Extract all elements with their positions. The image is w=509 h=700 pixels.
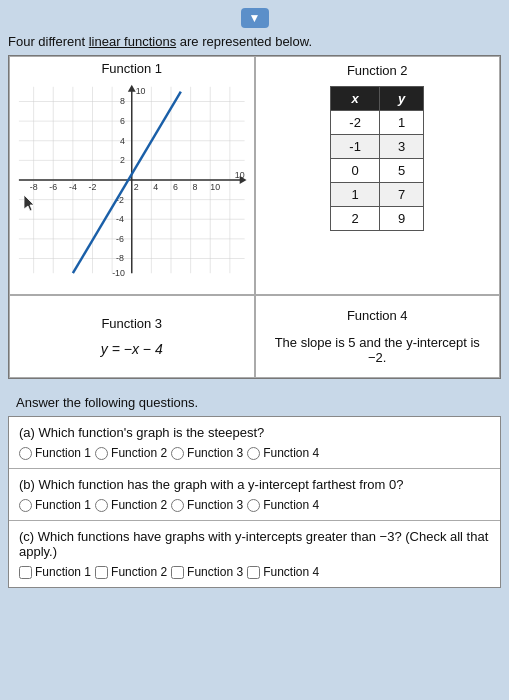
- answer-section: (a) Which function's graph is the steepe…: [8, 416, 501, 588]
- table-cell-x: 0: [331, 159, 380, 183]
- svg-marker-22: [128, 85, 136, 92]
- table-cell-x: 2: [331, 207, 380, 231]
- functions-grid: Function 1: [8, 55, 501, 379]
- radio-option-b-2[interactable]: Function 3: [171, 498, 243, 512]
- table-cell-y: 5: [379, 159, 423, 183]
- col-x-header: x: [331, 87, 380, 111]
- question-text-a: (a) Which function's graph is the steepe…: [19, 425, 490, 440]
- svg-text:8: 8: [193, 182, 198, 192]
- option-label-a-0: Function 1: [35, 446, 91, 460]
- table-row: 29: [331, 207, 424, 231]
- svg-text:-8: -8: [30, 182, 38, 192]
- function1-graph: 10 10 -8 -6 -4 -2 2 4 6 8 10 8 6 4 2 -2 …: [14, 80, 250, 280]
- radio-input-b-1[interactable]: [95, 499, 108, 512]
- radio-option-b-1[interactable]: Function 2: [95, 498, 167, 512]
- svg-text:10: 10: [210, 182, 220, 192]
- function4-description: The slope is 5 and the y-intercept is −2…: [268, 335, 488, 365]
- svg-text:-4: -4: [116, 214, 124, 224]
- function1-cell: Function 1: [9, 56, 255, 295]
- option-label-a-3: Function 4: [263, 446, 319, 460]
- radio-input-b-3[interactable]: [247, 499, 260, 512]
- radio-input-b-2[interactable]: [171, 499, 184, 512]
- svg-text:-10: -10: [112, 268, 125, 278]
- question-text-c: (c) Which functions have graphs with y-i…: [19, 529, 490, 559]
- table-row: 17: [331, 183, 424, 207]
- graph-container: 10 10 -8 -6 -4 -2 2 4 6 8 10 8 6 4 2 -2 …: [14, 80, 250, 290]
- svg-text:-6: -6: [116, 234, 124, 244]
- cursor-icon: [24, 195, 38, 213]
- radio-input-a-0[interactable]: [19, 447, 32, 460]
- function2-table: x y -21-13051729: [330, 86, 424, 231]
- svg-text:-2: -2: [89, 182, 97, 192]
- option-label-c-2: Function 3: [187, 565, 243, 579]
- function1-title: Function 1: [14, 61, 250, 76]
- option-label-b-2: Function 3: [187, 498, 243, 512]
- table-row: -13: [331, 135, 424, 159]
- svg-text:-4: -4: [69, 182, 77, 192]
- svg-text:8: 8: [120, 96, 125, 106]
- function3-cell: Function 3 y = −x − 4: [9, 295, 255, 378]
- question-block-a: (a) Which function's graph is the steepe…: [9, 417, 500, 469]
- question-block-c: (c) Which functions have graphs with y-i…: [9, 521, 500, 587]
- option-label-b-0: Function 1: [35, 498, 91, 512]
- svg-text:-8: -8: [116, 253, 124, 263]
- chevron-down-button[interactable]: ▼: [241, 8, 269, 28]
- option-label-b-1: Function 2: [111, 498, 167, 512]
- radio-option-a-0[interactable]: Function 1: [19, 446, 91, 460]
- svg-text:10: 10: [235, 170, 245, 180]
- function4-cell: Function 4 The slope is 5 and the y-inte…: [255, 295, 501, 378]
- checkbox-input-c-3[interactable]: [247, 566, 260, 579]
- checkbox-input-c-0[interactable]: [19, 566, 32, 579]
- checkbox-option-c-3[interactable]: Function 4: [247, 565, 319, 579]
- linear-functions-link[interactable]: linear functions: [89, 34, 176, 49]
- radio-option-a-2[interactable]: Function 3: [171, 446, 243, 460]
- intro-paragraph: Four different linear functions are repr…: [8, 34, 501, 49]
- svg-text:10: 10: [136, 86, 146, 96]
- table-cell-x: -1: [331, 135, 380, 159]
- radio-option-a-1[interactable]: Function 2: [95, 446, 167, 460]
- col-y-header: y: [379, 87, 423, 111]
- question-block-b: (b) Which function has the graph with a …: [9, 469, 500, 521]
- option-label-b-3: Function 4: [263, 498, 319, 512]
- options-row-b: Function 1Function 2Function 3Function 4: [19, 498, 490, 512]
- table-cell-x: -2: [331, 111, 380, 135]
- svg-text:6: 6: [120, 116, 125, 126]
- function2-cell: Function 2 x y -21-13051729: [255, 56, 501, 295]
- checkbox-option-c-2[interactable]: Function 3: [171, 565, 243, 579]
- option-label-a-2: Function 3: [187, 446, 243, 460]
- table-cell-x: 1: [331, 183, 380, 207]
- radio-input-b-0[interactable]: [19, 499, 32, 512]
- svg-text:6: 6: [173, 182, 178, 192]
- radio-input-a-1[interactable]: [95, 447, 108, 460]
- svg-text:2: 2: [120, 155, 125, 165]
- options-row-c: Function 1Function 2Function 3Function 4: [19, 565, 490, 579]
- function4-title: Function 4: [347, 308, 408, 323]
- radio-input-a-2[interactable]: [171, 447, 184, 460]
- radio-option-a-3[interactable]: Function 4: [247, 446, 319, 460]
- svg-text:2: 2: [134, 182, 139, 192]
- function2-title: Function 2: [347, 63, 408, 78]
- checkbox-input-c-1[interactable]: [95, 566, 108, 579]
- top-bar: ▼: [8, 8, 501, 28]
- svg-text:4: 4: [153, 182, 158, 192]
- svg-text:-6: -6: [49, 182, 57, 192]
- option-label-c-1: Function 2: [111, 565, 167, 579]
- question-text-b: (b) Which function has the graph with a …: [19, 477, 490, 492]
- table-row: 05: [331, 159, 424, 183]
- option-label-c-0: Function 1: [35, 565, 91, 579]
- table-cell-y: 9: [379, 207, 423, 231]
- checkbox-option-c-1[interactable]: Function 2: [95, 565, 167, 579]
- table-row: -21: [331, 111, 424, 135]
- svg-text:4: 4: [120, 136, 125, 146]
- function3-title: Function 3: [101, 316, 162, 331]
- checkbox-option-c-0[interactable]: Function 1: [19, 565, 91, 579]
- chevron-down-icon: ▼: [249, 11, 261, 25]
- answer-intro: Answer the following questions.: [8, 389, 501, 416]
- radio-input-a-3[interactable]: [247, 447, 260, 460]
- checkbox-input-c-2[interactable]: [171, 566, 184, 579]
- table-cell-y: 3: [379, 135, 423, 159]
- radio-option-b-0[interactable]: Function 1: [19, 498, 91, 512]
- option-label-c-3: Function 4: [263, 565, 319, 579]
- radio-option-b-3[interactable]: Function 4: [247, 498, 319, 512]
- options-row-a: Function 1Function 2Function 3Function 4: [19, 446, 490, 460]
